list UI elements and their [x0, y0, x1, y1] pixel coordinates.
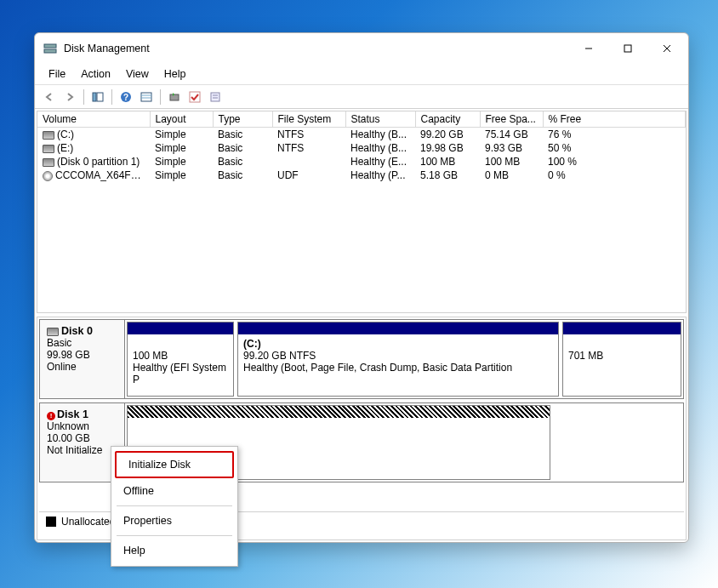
- refresh-icon[interactable]: [165, 88, 184, 106]
- partition-header: [128, 323, 233, 334]
- partition-header: [563, 323, 681, 334]
- ctx-properties[interactable]: Properties: [111, 509, 237, 533]
- svg-rect-13: [170, 94, 179, 100]
- col-capacity[interactable]: Capacity: [415, 111, 480, 128]
- separator: [160, 89, 161, 105]
- svg-rect-0: [44, 44, 56, 48]
- properties-icon[interactable]: [206, 88, 225, 106]
- ctx-help[interactable]: Help: [111, 539, 237, 562]
- col-type[interactable]: Type: [213, 111, 272, 128]
- table-row[interactable]: (C:) SimpleBasicNTFS Healthy (B...99.20 …: [37, 128, 686, 142]
- svg-rect-14: [190, 92, 200, 102]
- table-row[interactable]: CCCOMA_X64FRE... SimpleBasicUDF Healthy …: [37, 168, 686, 182]
- col-pct[interactable]: % Free: [543, 111, 686, 128]
- app-icon: [43, 42, 57, 55]
- forward-button[interactable]: [60, 88, 79, 106]
- drive-icon: [43, 158, 54, 167]
- col-fs[interactable]: File System: [272, 111, 345, 128]
- col-layout[interactable]: Layout: [150, 111, 213, 128]
- separator: [117, 505, 232, 506]
- svg-rect-10: [141, 93, 151, 101]
- check-icon[interactable]: [185, 88, 204, 106]
- minimize-button[interactable]: [569, 35, 608, 62]
- menubar: File Action View Help: [35, 64, 688, 85]
- col-free[interactable]: Free Spa...: [480, 111, 543, 128]
- toolbar: ?: [35, 85, 688, 109]
- svg-rect-3: [624, 45, 631, 52]
- col-volume[interactable]: Volume: [37, 111, 150, 128]
- maximize-button[interactable]: [608, 35, 647, 62]
- svg-text:?: ?: [123, 93, 128, 102]
- disk-context-menu: Initialize Disk Offline Properties Help: [111, 446, 238, 567]
- disk0-partition-3[interactable]: 701 MB: [562, 322, 681, 397]
- disk0-row[interactable]: Disk 0 Basic 99.98 GB Online 100 MBHealt…: [39, 319, 684, 399]
- help-icon[interactable]: ?: [117, 88, 135, 106]
- unallocated-header: [128, 406, 550, 418]
- cd-icon: [43, 171, 53, 181]
- table-row[interactable]: (Disk 0 partition 1) SimpleBasic Healthy…: [37, 155, 686, 168]
- svg-rect-15: [211, 93, 219, 101]
- menu-file[interactable]: File: [42, 66, 72, 83]
- separator: [117, 535, 232, 536]
- layout-icon[interactable]: [88, 88, 107, 106]
- ctx-initialize-disk[interactable]: Initialize Disk: [115, 451, 234, 478]
- legend-label: Unallocated: [61, 516, 115, 528]
- svg-rect-7: [97, 93, 103, 101]
- svg-rect-1: [44, 49, 56, 53]
- separator: [83, 89, 84, 105]
- window-controls: [569, 35, 687, 62]
- titlebar: Disk Management: [35, 33, 688, 64]
- menu-help[interactable]: Help: [157, 66, 193, 83]
- disk0-partition-1[interactable]: 100 MBHealthy (EFI System P: [127, 322, 234, 397]
- window-title: Disk Management: [64, 43, 569, 54]
- ctx-offline[interactable]: Offline: [111, 479, 237, 503]
- volume-list[interactable]: Volume Layout Type File System Status Ca…: [37, 111, 687, 313]
- column-headers[interactable]: Volume Layout Type File System Status Ca…: [37, 111, 686, 128]
- menu-view[interactable]: View: [119, 66, 156, 83]
- drive-icon: [43, 131, 54, 140]
- table-row[interactable]: (E:) SimpleBasicNTFS Healthy (B...19.98 …: [37, 141, 686, 155]
- close-button[interactable]: [647, 35, 687, 62]
- error-icon: !: [47, 412, 55, 420]
- legend-swatch-unallocated: [46, 517, 56, 527]
- separator: [111, 89, 112, 105]
- drive-icon: [43, 145, 54, 153]
- disk0-partition-c[interactable]: (C:)99.20 GB NTFSHealthy (Boot, Page Fil…: [237, 322, 559, 397]
- svg-rect-6: [93, 93, 96, 101]
- disk-icon: [47, 328, 59, 336]
- col-status[interactable]: Status: [345, 111, 415, 128]
- disk0-label[interactable]: Disk 0 Basic 99.98 GB Online: [40, 320, 125, 398]
- back-button[interactable]: [40, 88, 59, 106]
- menu-action[interactable]: Action: [74, 66, 117, 83]
- partition-header: [238, 323, 558, 334]
- detail-list-icon[interactable]: [137, 88, 156, 106]
